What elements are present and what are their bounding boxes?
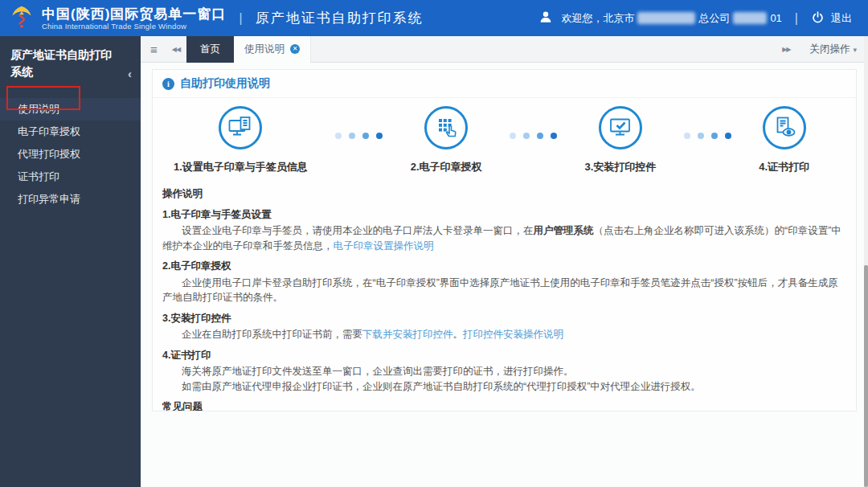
instruction-sections: 操作说明 1.电子印章与手签员设置 设置企业电子印章与手签员，请使用本企业的电子… [153, 176, 856, 411]
info-icon: i [162, 78, 174, 90]
tabs-scroll-left-icon[interactable]: ◀◀ [166, 46, 186, 53]
logo-emblem-icon [8, 3, 35, 34]
redacted-block [637, 12, 695, 24]
usage-panel: i 自助打印使用说明 1.设置电子印章与手签员信息 [152, 69, 857, 411]
tabbar-right: ▶▶ 关闭操作▾ [776, 43, 868, 56]
step-4-label: 4.证书打印 [759, 160, 809, 174]
step-connector-dots [684, 133, 731, 139]
section-3-title: 3.安装打印控件 [162, 311, 846, 326]
document-eye-icon [763, 106, 806, 149]
step-2-label: 2.电子印章授权 [411, 160, 482, 174]
menu-icon[interactable]: ≡ [141, 43, 166, 56]
tabs-scroll-right-icon[interactable]: ▶▶ [776, 46, 796, 53]
faq-title: 常见问题 [162, 399, 846, 411]
caret-down-icon: ▾ [853, 46, 857, 54]
section-1-title: 1.电子印章与手签员设置 [162, 207, 846, 223]
app-title: 原产地证书自助打印系统 [256, 9, 424, 27]
brand: 中国(陕西)国际贸易单一窗口 China International Trade… [0, 3, 226, 34]
close-operations-dropdown[interactable]: 关闭操作▾ [809, 43, 857, 56]
section-1-paragraph: 设置企业电子印章与手签员，请使用本企业的电子口岸法人卡登录单一窗口，在用户管理系… [162, 223, 846, 253]
sidebar-menu: 使用说明 电子印章授权 代理打印授权 证书打印 打印异常申请 [0, 98, 141, 211]
download-install-control-link[interactable]: 下载并安装打印控件 [362, 329, 453, 340]
sidebar-collapse-icon[interactable]: ‹ [128, 65, 132, 82]
brand-subtitle: China International Trade Single Window [42, 22, 226, 31]
ops-title: 操作说明 [162, 186, 846, 202]
panel-title: 自助打印使用说明 [180, 76, 270, 91]
monitor-check-icon [599, 106, 642, 149]
step-3-label: 3.安装打印控件 [584, 160, 656, 174]
page-scrollbar-thumb[interactable] [864, 265, 868, 487]
monitor-document-icon [219, 106, 262, 149]
eseal-setup-guide-link[interactable]: 电子印章设置操作说明 [334, 240, 434, 252]
step-1-label: 1.设置电子印章与手签员信息 [174, 160, 308, 174]
sidebar: 原产地证书自助打印系统 ‹ 使用说明 电子印章授权 代理打印授权 证书打印 打印… [0, 36, 141, 487]
tab-label: 使用说明 [244, 43, 285, 56]
header-right: 欢迎您，北京市总公司01 | 退出 [538, 10, 868, 27]
greeting-suffix: 01 [770, 12, 781, 24]
sidebar-item-certificate-print[interactable]: 证书打印 [0, 166, 141, 188]
greeting-prefix: 欢迎您，北京市 [561, 11, 634, 26]
step-connector-dots [335, 133, 383, 139]
panel-title-row: i 自助打印使用说明 [153, 70, 856, 98]
keypad-hand-icon [424, 106, 468, 149]
user-greeting: 欢迎您，北京市总公司01 [561, 11, 781, 26]
page-scrollbar-track [864, 36, 868, 487]
user-mgmt-system-bold: 用户管理系统 [534, 225, 594, 236]
greeting-mid: 总公司 [698, 11, 730, 26]
section-3-paragraph: 企业在自助打印系统中打印证书前，需要下载并安装打印控件。打印控件安装操作说明 [162, 327, 846, 342]
tab-usage-instructions[interactable]: 使用说明 ✕ [234, 36, 311, 63]
step-3: 3.安装打印控件 [584, 106, 656, 174]
sidebar-item-agent-print-authorization[interactable]: 代理打印授权 [0, 143, 141, 166]
step-2: 2.电子印章授权 [411, 106, 482, 174]
sidebar-title: 原产地证书自助打印系统 ‹ [0, 36, 141, 87]
top-header: 中国(陕西)国际贸易单一窗口 China International Trade… [0, 0, 868, 36]
step-1: 1.设置电子印章与手签员信息 [174, 106, 308, 174]
main-area: ≡ ◀◀ 首页 使用说明 ✕ ▶▶ 关闭操作▾ i 自助打印使用说明 [141, 36, 868, 487]
section-2-paragraph: 企业使用电子口岸卡登录自助打印系统，在“电子印章授权”界面中选择原产地证书上使用… [162, 276, 846, 305]
section-4-paragraph-1: 海关将原产地证打印文件发送至单一窗口，企业查询出需要打印的证书，进行打印操作。 [162, 364, 846, 379]
sidebar-item-eseal-authorization[interactable]: 电子印章授权 [0, 121, 141, 143]
step-connector-dots [510, 133, 557, 139]
section-2-title: 2.电子印章授权 [162, 259, 846, 274]
section-4-title: 4.证书打印 [162, 348, 846, 363]
step-4: 4.证书打印 [759, 106, 809, 174]
brand-title: 中国(陕西)国际贸易单一窗口 [42, 6, 226, 22]
content-area: i 自助打印使用说明 1.设置电子印章与手签员信息 [141, 63, 868, 418]
sidebar-item-print-exception-request[interactable]: 打印异常申请 [0, 188, 141, 211]
sidebar-item-usage-instructions[interactable]: 使用说明 [0, 98, 141, 121]
close-circle-icon[interactable]: ✕ [290, 44, 300, 54]
redacted-block [733, 12, 767, 24]
logout-button[interactable]: 退出 [811, 10, 852, 27]
power-icon [811, 10, 825, 27]
header-divider: | [239, 10, 242, 27]
logout-label: 退出 [831, 11, 852, 26]
user-icon [538, 10, 553, 27]
tab-home[interactable]: 首页 [186, 36, 234, 63]
section-4-paragraph-2: 如需由原产地证代理申报企业打印证书，企业则在原产地证书自助打印系统的“代理打印授… [162, 379, 846, 395]
tab-bar: ≡ ◀◀ 首页 使用说明 ✕ ▶▶ 关闭操作▾ [141, 36, 868, 63]
header-separator: | [795, 11, 798, 26]
control-install-guide-link[interactable]: 打印控件安装操作说明 [463, 329, 563, 340]
steps-row: 1.设置电子印章与手签员信息 [153, 98, 856, 176]
